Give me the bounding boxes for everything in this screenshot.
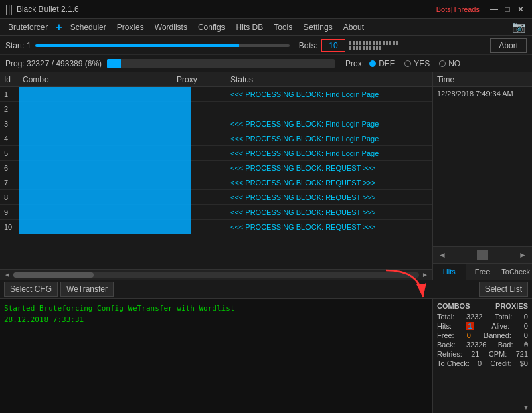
progress-bar <box>107 59 335 68</box>
right-nav: ◄ ► <box>433 246 532 263</box>
bots-slider-area[interactable] <box>349 41 398 50</box>
table-area: Id Combo Proxy Status 1 <<< PROCESSING B… <box>0 72 433 280</box>
bruteforcer-menu[interactable]: Bruteforcer <box>3 21 53 33</box>
minimize-button[interactable]: — <box>488 3 500 15</box>
stats-down-chevron[interactable]: ▼ <box>523 404 529 411</box>
config-name: WeTransfer <box>60 282 114 297</box>
stat-row-hits: Hits: 1 Alive: 0 <box>437 322 528 330</box>
time-value: 12/28/2018 7:49:34 AM <box>433 87 532 100</box>
title-bar: ||| Black Bullet 2.1.6 Bots|Threads — □ … <box>0 0 532 19</box>
tab-tocheck[interactable]: ToCheck <box>499 264 532 280</box>
start-slider[interactable] <box>35 44 290 47</box>
combo-selection <box>19 87 191 234</box>
log-line-1: Started Bruteforcing Config WeTransfer w… <box>4 303 428 315</box>
proxies-menu[interactable]: Proxies <box>112 21 149 33</box>
col-id: Id <box>0 75 19 84</box>
right-tabs: Hits Free ToCheck <box>433 263 532 280</box>
table-body: 1 <<< PROCESSING BLOCK: Find Login Page … <box>0 87 432 269</box>
radio-label-no: NO <box>448 59 460 68</box>
log-line-2: 28.12.2018 7:33:31 <box>4 315 428 326</box>
logo-icon: ||| <box>5 4 13 15</box>
combos-title: COMBOS <box>437 302 470 310</box>
tools-menu[interactable]: Tools <box>268 21 298 33</box>
right-panel: Time 12/28/2018 7:49:34 AM ◄ ► Hits Free… <box>433 72 532 280</box>
select-list-button[interactable]: Select List <box>479 282 528 297</box>
radio-no[interactable]: NO <box>439 59 464 68</box>
select-cfg-button[interactable]: Select CFG <box>4 282 58 297</box>
main-area: Id Combo Proxy Status 1 <<< PROCESSING B… <box>0 72 532 280</box>
stat-row-tocheck: To Check: 0 Credit: $0 <box>437 359 528 367</box>
progress-fill <box>107 59 120 68</box>
log-area: Started Bruteforcing Config WeTransfer w… <box>0 299 433 413</box>
maximize-button[interactable]: □ <box>501 3 513 15</box>
bots-input[interactable] <box>321 39 345 52</box>
table-header: Id Combo Proxy Status <box>0 72 432 87</box>
menu-bar: Bruteforcer + Scheduler Proxies Wordlist… <box>0 19 532 36</box>
bottom-area: Started Bruteforcing Config WeTransfer w… <box>0 299 532 413</box>
nav-right-arrow[interactable]: ► <box>519 250 527 260</box>
settings-menu[interactable]: Settings <box>298 21 337 33</box>
close-button[interactable]: ✕ <box>515 3 527 15</box>
radio-label-def: DEF <box>379 59 395 68</box>
stat-row-free: Free: 0 Banned: 0 <box>437 331 528 339</box>
col-proxy: Proxy <box>173 75 226 84</box>
time-header-label: Time <box>437 75 454 84</box>
start-label: Start: 1 <box>5 41 31 50</box>
hitsdb-menu[interactable]: Hits DB <box>231 21 269 33</box>
scroll-left-arrow[interactable]: ◄ <box>1 271 13 278</box>
configs-menu[interactable]: Configs <box>193 21 231 33</box>
radio-def[interactable]: DEF <box>369 59 399 68</box>
stats-up-chevron[interactable]: ▲ <box>523 339 529 347</box>
bots-threads-label: Bots|Threads <box>436 5 480 13</box>
stat-row-back: Back: 32326 Bad: 0 <box>437 341 528 349</box>
wordlists-menu[interactable]: Wordlists <box>149 21 193 33</box>
add-config-button[interactable]: + <box>53 21 64 33</box>
stat-row-total: Total: 3232 Total: 0 <box>437 313 528 321</box>
stats-panel: COMBOS PROXIES Total: 3232 Total: 0 Hits… <box>433 299 532 413</box>
scheduler-menu[interactable]: Scheduler <box>65 21 112 33</box>
col-combo: Combo <box>19 75 173 84</box>
progress-row: Prog: 32327 / 493389 (6%) Prox: DEF YES … <box>0 55 532 72</box>
config-row: Start: 1 Bots: Abort <box>0 36 532 55</box>
stat-row-retries: Retries: 21 CPM: 721 <box>437 350 528 358</box>
scroll-track[interactable] <box>13 272 419 278</box>
radio-label-yes: YES <box>414 59 430 68</box>
tab-hits[interactable]: Hits <box>433 264 466 280</box>
col-status: Status <box>226 75 432 84</box>
radio-dot-no[interactable] <box>439 60 446 67</box>
bots-label: Bots: <box>299 41 317 50</box>
abort-button[interactable]: Abort <box>490 38 527 53</box>
radio-dot-def[interactable] <box>369 60 376 67</box>
camera-button[interactable]: 📷 <box>508 19 529 35</box>
tab-free[interactable]: Free <box>466 264 500 280</box>
scroll-thumb[interactable] <box>13 272 94 278</box>
prox-label: Prox: <box>345 59 364 68</box>
bottom-toolbar: Select CFG WeTransfer Select List <box>0 280 532 299</box>
radio-yes[interactable]: YES <box>404 59 434 68</box>
nav-square[interactable] <box>477 250 488 260</box>
about-menu[interactable]: About <box>338 21 369 33</box>
app-title: Black Bullet 2.1.6 <box>17 5 436 14</box>
table-scrollbar[interactable]: ◄ ► <box>0 269 432 280</box>
time-header: Time <box>433 72 532 87</box>
proxies-title: PROXIES <box>495 302 528 310</box>
nav-left-arrow[interactable]: ◄ <box>438 250 446 260</box>
radio-dot-yes[interactable] <box>404 60 411 67</box>
progress-label: Prog: 32327 / 493389 (6%) <box>5 59 102 68</box>
scroll-right-arrow[interactable]: ► <box>419 271 431 278</box>
